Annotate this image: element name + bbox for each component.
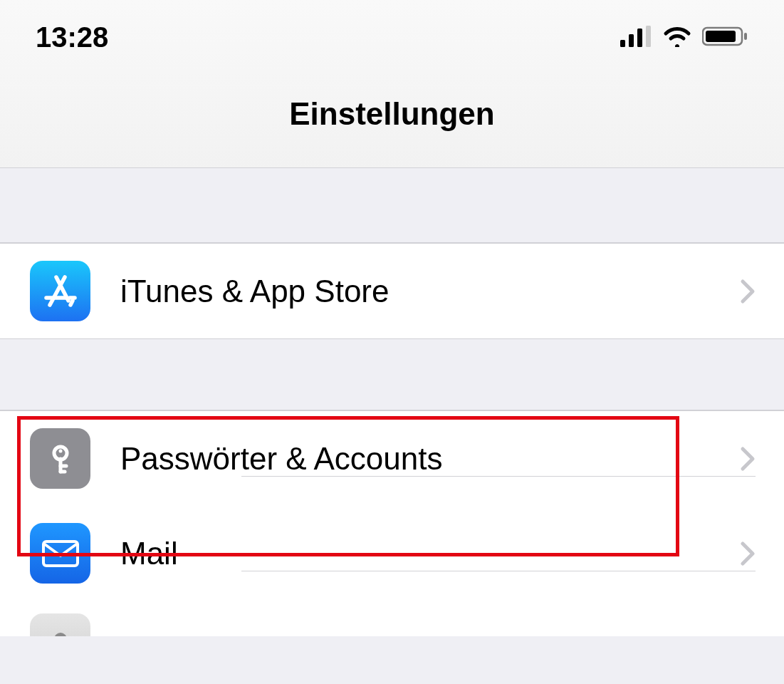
settings-group-1: iTunes & App Store <box>0 243 784 339</box>
section-gap <box>0 339 784 410</box>
settings-group-2: Passwörter & Accounts Mail <box>0 410 784 636</box>
chevron-right-icon <box>740 446 756 472</box>
section-gap <box>0 168 784 243</box>
wifi-icon <box>662 26 692 50</box>
status-icons <box>620 26 748 50</box>
svg-point-13 <box>58 449 62 452</box>
settings-item-mail[interactable]: Mail <box>0 506 784 601</box>
page-title: Einstellungen <box>0 96 784 132</box>
status-time: 13:28 <box>36 21 108 53</box>
mail-icon <box>30 523 90 584</box>
settings-item-itunes-appstore[interactable]: iTunes & App Store <box>0 243 784 339</box>
chevron-right-icon <box>740 279 756 304</box>
svg-rect-3 <box>646 26 651 47</box>
svg-point-18 <box>54 633 67 637</box>
settings-item-label: Mail <box>120 536 178 571</box>
settings-item-passwords-accounts[interactable]: Passwörter & Accounts <box>0 411 784 506</box>
settings-item-label: iTunes & App Store <box>120 274 389 309</box>
svg-line-11 <box>70 301 73 305</box>
chevron-right-icon <box>740 541 756 566</box>
key-icon <box>30 428 90 489</box>
status-bar: 13:28 <box>0 0 784 68</box>
svg-rect-17 <box>43 542 78 566</box>
header-area: 13:28 <box>0 0 784 168</box>
appstore-icon <box>30 261 90 321</box>
settings-item-label: Passwörter & Accounts <box>120 441 442 477</box>
cellular-signal-icon <box>620 26 652 50</box>
settings-item-contacts[interactable] <box>0 601 784 636</box>
battery-icon <box>702 26 748 50</box>
svg-rect-2 <box>637 28 642 47</box>
title-bar: Einstellungen <box>0 68 784 167</box>
svg-rect-6 <box>744 33 747 40</box>
contacts-icon <box>30 613 90 636</box>
svg-rect-0 <box>620 40 625 47</box>
svg-rect-5 <box>706 31 736 42</box>
svg-rect-1 <box>629 34 634 47</box>
